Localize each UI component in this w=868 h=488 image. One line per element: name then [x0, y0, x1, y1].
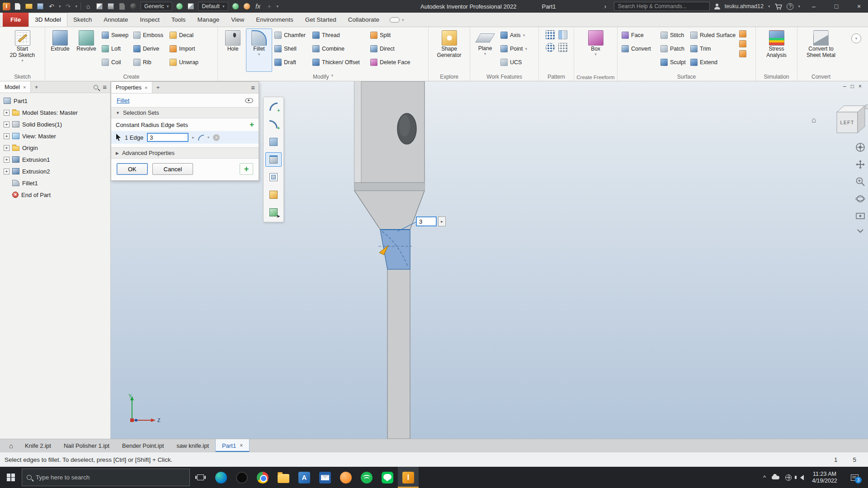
adjust-button[interactable]	[231, 2, 240, 11]
rib-button[interactable]: Rib	[131, 56, 167, 69]
parameters-fx-button[interactable]: fx	[254, 2, 262, 11]
point-button[interactable]: Point▾	[498, 42, 536, 56]
look-at-icon[interactable]	[855, 211, 865, 221]
search-expand-arrow[interactable]: ›	[601, 2, 609, 11]
maximize-button[interactable]: □	[827, 0, 845, 13]
derive-button[interactable]: Derive	[131, 42, 167, 56]
full-round-fillet-button[interactable]	[265, 135, 282, 149]
fillet-button[interactable]: Fillet ▾	[246, 28, 272, 72]
loft-button[interactable]: Loft	[99, 42, 131, 56]
taskbar-app-mail[interactable]	[315, 467, 335, 488]
surface-tool-icon-1[interactable]	[739, 30, 746, 38]
revolve-button[interactable]: Revolve	[73, 28, 99, 72]
navbar-more-chevron-icon[interactable]	[855, 228, 865, 235]
split-button[interactable]: Split	[368, 28, 415, 42]
feature-title-link[interactable]: Fillet	[117, 97, 130, 104]
home-tab-button[interactable]: ⌂	[4, 439, 19, 452]
store-cart-icon[interactable]	[774, 3, 782, 10]
full-navigation-wheel-icon[interactable]	[855, 142, 865, 152]
convert-sheet-metal-button[interactable]: Convert to Sheet Metal	[801, 28, 841, 72]
panel-expand-icon[interactable]: ▾	[331, 74, 333, 80]
expander-icon[interactable]: +	[4, 110, 9, 116]
viewcube-rotate-widget[interactable]	[866, 105, 868, 109]
import-button[interactable]: Import	[167, 42, 206, 56]
browser-search-icon[interactable]	[94, 85, 98, 89]
tab-environments[interactable]: Environments	[250, 13, 299, 27]
ok-button[interactable]: OK	[117, 163, 148, 175]
screen-capture-button[interactable]	[107, 2, 115, 11]
appearance-ball-button[interactable]	[129, 2, 137, 11]
plane-button[interactable]: Plane ▾	[472, 28, 498, 72]
open-button[interactable]	[25, 2, 33, 11]
delete-face-button[interactable]: Delete Face	[368, 56, 415, 69]
tab-file[interactable]: File	[3, 13, 28, 27]
material-select[interactable]: Generic ▾	[141, 2, 172, 11]
tree-item-extrusion2[interactable]: + Extrusion2	[0, 165, 110, 177]
radius-value-input[interactable]: 3	[147, 133, 189, 142]
remove-selection-icon[interactable]: ×	[213, 134, 220, 141]
rectangular-pattern-icon[interactable]	[546, 30, 555, 39]
help-icon[interactable]: ?	[787, 3, 793, 10]
orbit-icon[interactable]	[855, 194, 865, 204]
new-file-button[interactable]	[14, 2, 22, 11]
taskbar-app-chrome[interactable]	[252, 467, 273, 488]
taskbar-app-autocad[interactable]	[294, 467, 315, 488]
taskbar-app-line[interactable]	[377, 467, 398, 488]
decal-button[interactable]: Decal	[167, 28, 206, 42]
doc-restore-button[interactable]: □	[851, 83, 854, 89]
doc-close-button[interactable]: ×	[859, 83, 862, 89]
tree-item-view-master[interactable]: + View: Master	[0, 130, 110, 142]
doc-tab-saw-knife[interactable]: saw knife.ipt	[170, 439, 216, 452]
tab-sketch[interactable]: Sketch	[67, 13, 98, 27]
surface-tool-icon-2[interactable]	[739, 40, 746, 47]
close-button[interactable]: ×	[850, 0, 868, 13]
color-ball-button[interactable]	[175, 2, 184, 11]
hidden-icons-chevron[interactable]: ^	[763, 474, 766, 481]
trim-button[interactable]: Trim	[688, 42, 736, 56]
taskbar-app-inventor-active[interactable]: I	[398, 467, 419, 488]
mirror-icon[interactable]	[558, 30, 567, 39]
doc-tab-knife2[interactable]: Knife 2.ipt	[19, 439, 57, 452]
extend-button[interactable]: Extend	[688, 56, 736, 69]
home-view-button[interactable]: ⌂	[84, 2, 92, 11]
taskbar-app-orange[interactable]	[335, 467, 356, 488]
tab-annotate[interactable]: Annotate	[98, 13, 134, 27]
close-icon[interactable]: ×	[145, 85, 147, 90]
undo-dropdown[interactable]: ▾	[59, 5, 61, 8]
task-view-button[interactable]	[190, 467, 211, 488]
emboss-button[interactable]: Emboss	[131, 28, 167, 42]
close-icon[interactable]: ×	[23, 84, 26, 90]
fillet-type-dropdown[interactable]: ▾	[208, 136, 210, 139]
advanced-properties-section-header[interactable]: ▶ Advanced Properties	[111, 147, 259, 159]
axis-button[interactable]: Axis▾	[498, 28, 536, 42]
taskbar-app-edge[interactable]	[211, 467, 231, 488]
help-search-input[interactable]	[614, 2, 710, 11]
selection-sets-section-header[interactable]: ▼ Selection Sets	[111, 107, 259, 118]
select-edge-mode-button[interactable]	[265, 152, 282, 167]
browser-menu-icon[interactable]: ≡	[103, 83, 107, 91]
sweep-button[interactable]: Sweep	[99, 28, 131, 42]
edge-fillet-add-button[interactable]: +	[265, 99, 282, 114]
start-2d-sketch-button[interactable]: Start 2D Sketch ▾	[9, 28, 36, 72]
value-flyout-icon[interactable]: ▸	[192, 135, 194, 140]
cancel-button[interactable]: Cancel	[152, 163, 193, 175]
link-button[interactable]	[118, 2, 126, 11]
pan-icon[interactable]	[855, 160, 865, 169]
ribbon-appearance-toggle[interactable]: ▾	[385, 13, 409, 27]
tab-3d-model[interactable]: 3D Model	[28, 13, 67, 27]
ribbon-options-button[interactable]: ▾	[851, 33, 861, 43]
add-panel-tab-button[interactable]: +	[152, 82, 163, 93]
sculpt-button[interactable]: Sculpt	[658, 56, 688, 69]
taskbar-search-box[interactable]	[22, 469, 190, 486]
shape-generator-button[interactable]: Shape Generator	[432, 28, 467, 72]
tree-item-part1[interactable]: Part1	[0, 95, 110, 107]
edge-selection-row[interactable]: 1 Edge 3 ▸ ▾ ×	[111, 131, 259, 144]
tree-item-origin[interactable]: + Origin	[0, 142, 110, 154]
viewcube-home-icon[interactable]: ⌂	[811, 116, 816, 125]
fillet-type-icon[interactable]	[198, 135, 204, 141]
tree-item-fillet1[interactable]: Fillet1	[0, 177, 110, 189]
appearance-swatch-button[interactable]	[187, 2, 195, 11]
add-edge-set-button[interactable]: +	[250, 122, 254, 128]
fillet-radius-input[interactable]: 3	[416, 216, 437, 226]
thicken-offset-button[interactable]: Thicken/ Offset	[310, 56, 368, 69]
